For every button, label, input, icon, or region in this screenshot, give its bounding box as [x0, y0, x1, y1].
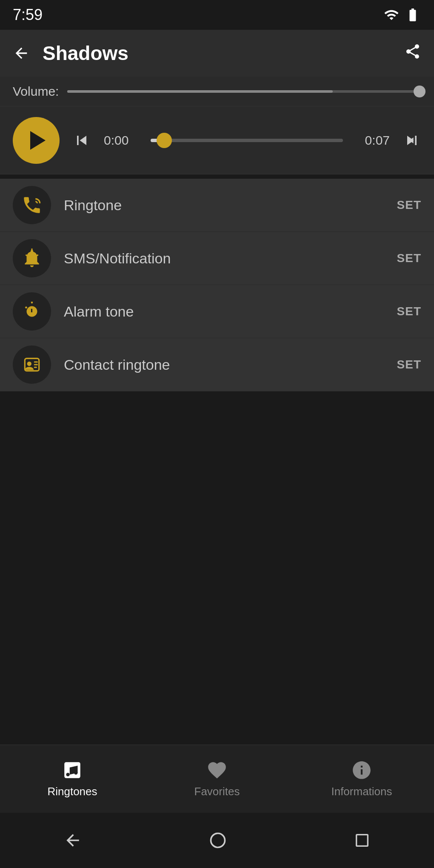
- sms-label: SMS/Notification: [64, 250, 384, 267]
- nav-ringtones[interactable]: Ringtones: [0, 745, 145, 813]
- share-button[interactable]: [404, 43, 421, 64]
- contact-icon-circle: [13, 345, 51, 384]
- alarm-label: Alarm tone: [64, 303, 384, 320]
- status-time: 7:59: [13, 6, 43, 24]
- action-list: Ringtone SET SMS/Notification SET Alarm …: [0, 179, 434, 391]
- volume-thumb: [414, 86, 425, 97]
- bottom-nav: Ringtones Favorites Informations: [0, 745, 434, 813]
- bell-icon: [21, 248, 43, 269]
- nav-favorites[interactable]: Favorites: [145, 745, 289, 813]
- informations-icon: [351, 760, 372, 781]
- status-icons: [384, 7, 421, 23]
- play-button[interactable]: [13, 117, 60, 164]
- alarm-icon: [21, 301, 43, 322]
- nav-home-button[interactable]: [208, 831, 227, 850]
- favorites-icon: [206, 760, 228, 781]
- svg-point-9: [211, 834, 225, 848]
- progress-slider[interactable]: [151, 139, 343, 142]
- volume-label: Volume:: [13, 84, 59, 99]
- fast-forward-button[interactable]: [403, 131, 421, 150]
- battery-icon: [404, 7, 421, 23]
- svg-point-5: [27, 362, 31, 366]
- page-title: Shadows: [43, 42, 391, 65]
- player-section: 0:00 0:07: [0, 106, 434, 174]
- contact-row[interactable]: Contact ringtone SET: [0, 338, 434, 391]
- nav-recent-button[interactable]: [354, 832, 371, 849]
- contact-label: Contact ringtone: [64, 357, 384, 373]
- alarm-icon-circle: [13, 292, 51, 331]
- contact-set[interactable]: SET: [397, 358, 421, 371]
- volume-bar: Volume:: [0, 77, 434, 106]
- volume-fill: [67, 90, 333, 93]
- play-icon: [30, 131, 46, 150]
- system-nav: [0, 813, 434, 868]
- status-bar: 7:59: [0, 0, 434, 30]
- contact-icon: [21, 354, 43, 375]
- volume-slider[interactable]: [67, 90, 421, 93]
- favorites-tab-label: Favorites: [194, 785, 240, 798]
- svg-point-7: [66, 773, 69, 776]
- nav-informations[interactable]: Informations: [289, 745, 434, 813]
- phone-ring-icon: [21, 194, 43, 216]
- sms-row[interactable]: SMS/Notification SET: [0, 232, 434, 285]
- back-button[interactable]: [13, 45, 30, 62]
- ringtones-tab-label: Ringtones: [47, 785, 97, 798]
- time-start: 0:00: [104, 133, 138, 148]
- ringtone-label: Ringtone: [64, 197, 384, 214]
- rewind-button[interactable]: [72, 131, 91, 150]
- svg-rect-10: [357, 835, 368, 846]
- nav-back-button[interactable]: [63, 831, 82, 850]
- informations-tab-label: Informations: [331, 785, 392, 798]
- time-end: 0:07: [356, 133, 390, 148]
- signal-icon: [384, 7, 399, 23]
- svg-point-8: [74, 771, 77, 774]
- ringtones-icon: [62, 760, 83, 781]
- svg-point-2: [23, 303, 41, 320]
- progress-thumb: [157, 133, 172, 148]
- ringtone-row[interactable]: Ringtone SET: [0, 179, 434, 232]
- alarm-row[interactable]: Alarm tone SET: [0, 285, 434, 338]
- ringtone-set[interactable]: SET: [397, 198, 421, 212]
- sms-set[interactable]: SET: [397, 251, 421, 265]
- sms-icon-circle: [13, 239, 51, 277]
- top-bar: Shadows: [0, 30, 434, 77]
- alarm-set[interactable]: SET: [397, 305, 421, 318]
- ringtone-icon-circle: [13, 186, 51, 224]
